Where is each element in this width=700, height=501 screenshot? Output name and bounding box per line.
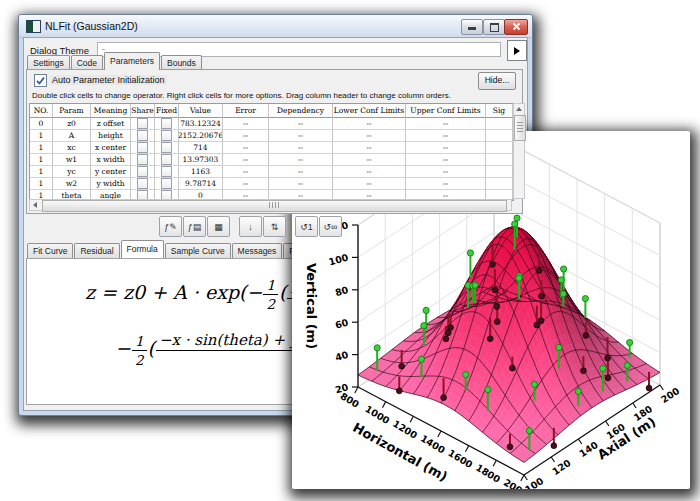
column-header-lower-conf-limits[interactable]: Lower Conf Limits <box>333 104 406 118</box>
column-header-fixed[interactable]: Fixed <box>155 104 179 118</box>
column-header-meaning[interactable]: Meaning <box>91 104 131 118</box>
cell[interactable]: -- <box>223 130 269 142</box>
fixed-cell[interactable] <box>155 130 179 142</box>
share-checkbox[interactable] <box>137 154 148 165</box>
cell[interactable]: 1 <box>30 166 53 178</box>
save-theme-button[interactable]: ▦ <box>207 216 230 237</box>
cell[interactable]: 1 <box>30 142 53 154</box>
cell[interactable]: w1 <box>53 154 91 166</box>
tab-formula[interactable]: Formula <box>121 240 164 258</box>
fixed-cell[interactable] <box>155 166 179 178</box>
fixed-cell[interactable] <box>155 142 179 154</box>
cell[interactable]: 1 <box>30 178 53 190</box>
cell[interactable]: 1163 <box>179 166 223 178</box>
fixed-checkbox[interactable] <box>161 166 172 177</box>
cell[interactable]: height <box>91 130 131 142</box>
cell[interactable]: yc <box>53 166 91 178</box>
cell[interactable] <box>486 142 513 154</box>
cell[interactable]: 13.97303 <box>179 154 223 166</box>
table-vertical-scrollbar[interactable] <box>513 103 525 199</box>
dialog-theme-flyout-button[interactable] <box>507 40 527 61</box>
cell[interactable]: x width <box>91 154 131 166</box>
fixed-cell[interactable] <box>155 178 179 190</box>
cell[interactable]: -- <box>406 154 486 166</box>
cell[interactable]: -- <box>406 118 486 130</box>
cell[interactable]: 0 <box>30 118 53 130</box>
cell[interactable]: -- <box>269 178 333 190</box>
tab-settings[interactable]: Settings <box>27 55 70 70</box>
cell[interactable]: -- <box>333 166 406 178</box>
share-cell[interactable] <box>131 118 155 130</box>
cell[interactable]: -- <box>406 178 486 190</box>
share-cell[interactable] <box>131 142 155 154</box>
cell[interactable]: -- <box>269 130 333 142</box>
cell[interactable]: 714 <box>179 142 223 154</box>
cell[interactable]: -- <box>406 142 486 154</box>
cell[interactable]: -- <box>269 154 333 166</box>
cell[interactable] <box>486 166 513 178</box>
column-header-no-[interactable]: NO. <box>30 104 53 118</box>
close-button[interactable] <box>504 19 528 35</box>
share-cell[interactable] <box>131 130 155 142</box>
cell[interactable]: -- <box>269 118 333 130</box>
hide-button[interactable]: Hide... <box>478 72 516 90</box>
one-iteration-button[interactable]: ↺1 <box>295 216 318 237</box>
cell[interactable]: z offset <box>91 118 131 130</box>
cell[interactable]: -- <box>223 178 269 190</box>
edit-function-button[interactable]: ƒ✎ <box>159 216 182 237</box>
scroll-up-button[interactable] <box>514 104 524 114</box>
column-header-value[interactable]: Value <box>179 104 223 118</box>
share-cell[interactable] <box>131 178 155 190</box>
share-checkbox[interactable] <box>137 118 148 129</box>
cell[interactable]: 9.78714 <box>179 178 223 190</box>
fixed-checkbox[interactable] <box>161 178 172 189</box>
cell[interactable]: -- <box>333 130 406 142</box>
title-bar[interactable]: NLFit (Gaussian2D) <box>19 15 532 38</box>
horizontal-scroll-thumb[interactable] <box>42 200 507 212</box>
column-header-upper-conf-limits[interactable]: Upper Conf Limits <box>406 104 486 118</box>
fixed-checkbox[interactable] <box>161 118 172 129</box>
cell[interactable]: x center <box>91 142 131 154</box>
cell[interactable]: 1 <box>30 130 53 142</box>
cell[interactable]: -- <box>223 166 269 178</box>
share-cell[interactable] <box>131 166 155 178</box>
fixed-cell[interactable] <box>155 118 179 130</box>
share-checkbox[interactable] <box>137 142 148 153</box>
share-cell[interactable] <box>131 154 155 166</box>
cell[interactable]: w2 <box>53 178 91 190</box>
column-header-error[interactable]: Error <box>223 104 269 118</box>
cell[interactable]: -- <box>406 130 486 142</box>
tab-bounds[interactable]: Bounds <box>161 55 202 70</box>
cell[interactable] <box>486 154 513 166</box>
cell[interactable]: -- <box>223 118 269 130</box>
tab-sample-curve[interactable]: Sample Curve <box>165 243 231 258</box>
fixed-cell[interactable] <box>155 154 179 166</box>
tab-messages[interactable]: Messages <box>232 243 283 258</box>
share-checkbox[interactable] <box>137 178 148 189</box>
cell[interactable] <box>486 178 513 190</box>
column-header-dependency[interactable]: Dependency <box>269 104 333 118</box>
maximize-button[interactable] <box>483 19 505 35</box>
tab-code[interactable]: Code <box>71 55 103 70</box>
init-params-button[interactable]: ⇅ <box>263 216 286 237</box>
function-builder-button[interactable]: ƒ▤ <box>183 216 206 237</box>
fit-until-converged-button[interactable]: ↺∞ <box>319 216 342 237</box>
scroll-left-button[interactable] <box>30 200 40 210</box>
cell[interactable] <box>486 130 513 142</box>
cell[interactable]: -- <box>269 142 333 154</box>
cell[interactable]: 783.12324 <box>179 118 223 130</box>
share-checkbox[interactable] <box>137 130 148 141</box>
cell[interactable]: z0 <box>53 118 91 130</box>
tab-fit-curve[interactable]: Fit Curve <box>27 243 73 258</box>
cell[interactable] <box>486 118 513 130</box>
auto-init-checkbox[interactable] <box>34 74 47 87</box>
sort-button[interactable]: ↓ <box>239 216 262 237</box>
cell[interactable]: -- <box>269 166 333 178</box>
fixed-checkbox[interactable] <box>161 130 172 141</box>
vertical-scroll-thumb[interactable] <box>514 115 526 141</box>
column-header-sig[interactable]: Sig <box>486 104 513 118</box>
cell[interactable]: -- <box>406 166 486 178</box>
tab-residual[interactable]: Residual <box>74 243 119 258</box>
cell[interactable]: -- <box>223 142 269 154</box>
fixed-checkbox[interactable] <box>161 154 172 165</box>
